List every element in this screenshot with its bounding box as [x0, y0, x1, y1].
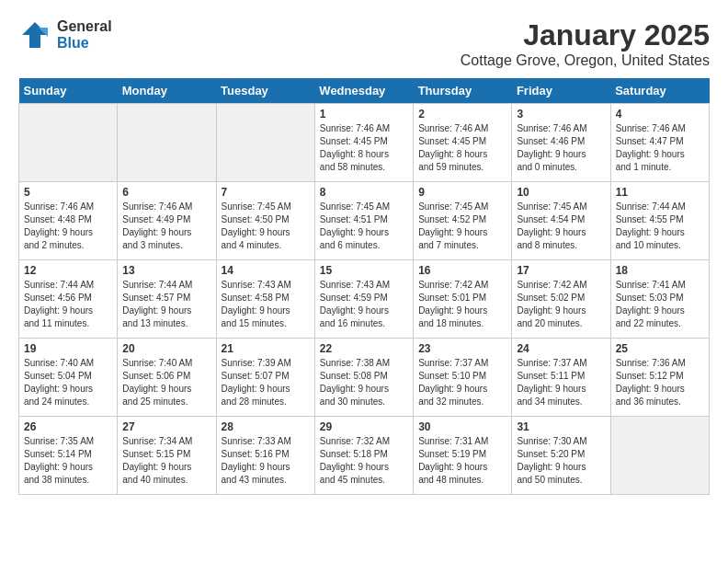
- day-number: 9: [418, 186, 506, 199]
- calendar-day-cell: 7Sunrise: 7:45 AM Sunset: 4:50 PM Daylig…: [216, 182, 314, 260]
- day-info: Sunrise: 7:43 AM Sunset: 4:58 PM Dayligh…: [222, 279, 310, 330]
- day-info: Sunrise: 7:32 AM Sunset: 5:18 PM Dayligh…: [320, 435, 408, 487]
- calendar-day-cell: 27Sunrise: 7:34 AM Sunset: 5:15 PM Dayli…: [118, 417, 216, 495]
- day-info: Sunrise: 7:46 AM Sunset: 4:45 PM Dayligh…: [418, 122, 506, 174]
- day-number: 5: [24, 186, 112, 199]
- day-number: 22: [320, 342, 408, 355]
- calendar-day-cell: 2Sunrise: 7:46 AM Sunset: 4:45 PM Daylig…: [414, 104, 512, 182]
- calendar-week-row: 1Sunrise: 7:46 AM Sunset: 4:45 PM Daylig…: [19, 104, 710, 182]
- weekday-header: Tuesday: [216, 78, 314, 104]
- calendar-day-cell: 24Sunrise: 7:37 AM Sunset: 5:11 PM Dayli…: [512, 339, 610, 417]
- calendar-day-cell: 19Sunrise: 7:40 AM Sunset: 5:04 PM Dayli…: [19, 339, 118, 417]
- calendar-table: SundayMondayTuesdayWednesdayThursdayFrid…: [18, 78, 710, 495]
- day-number: 11: [616, 186, 704, 199]
- day-info: Sunrise: 7:41 AM Sunset: 5:03 PM Dayligh…: [616, 279, 704, 330]
- day-number: 15: [320, 264, 408, 277]
- day-info: Sunrise: 7:46 AM Sunset: 4:47 PM Dayligh…: [616, 122, 704, 174]
- day-info: Sunrise: 7:45 AM Sunset: 4:52 PM Dayligh…: [418, 201, 506, 252]
- day-info: Sunrise: 7:46 AM Sunset: 4:46 PM Dayligh…: [517, 122, 605, 174]
- calendar-day-cell: 14Sunrise: 7:43 AM Sunset: 4:58 PM Dayli…: [216, 260, 314, 339]
- day-number: 10: [517, 186, 605, 199]
- day-number: 3: [517, 108, 605, 121]
- title-area: January 2025 Cottage Grove, Oregon, Unit…: [461, 18, 710, 69]
- day-info: Sunrise: 7:45 AM Sunset: 4:50 PM Dayligh…: [222, 201, 310, 252]
- day-info: Sunrise: 7:40 AM Sunset: 5:04 PM Dayligh…: [24, 357, 112, 408]
- calendar-day-cell: 8Sunrise: 7:45 AM Sunset: 4:51 PM Daylig…: [314, 182, 413, 260]
- calendar-day-cell: 22Sunrise: 7:38 AM Sunset: 5:08 PM Dayli…: [314, 339, 413, 417]
- calendar-day-cell: 1Sunrise: 7:46 AM Sunset: 4:45 PM Daylig…: [314, 104, 413, 182]
- logo-text: General Blue: [57, 18, 112, 51]
- day-info: Sunrise: 7:31 AM Sunset: 5:19 PM Dayligh…: [418, 435, 506, 487]
- weekday-header: Monday: [118, 78, 216, 104]
- day-info: Sunrise: 7:42 AM Sunset: 5:01 PM Dayligh…: [418, 279, 506, 330]
- day-info: Sunrise: 7:44 AM Sunset: 4:57 PM Dayligh…: [122, 279, 210, 330]
- day-number: 24: [517, 342, 605, 355]
- calendar-day-cell: 26Sunrise: 7:35 AM Sunset: 5:14 PM Dayli…: [19, 417, 118, 495]
- calendar-day-cell: 9Sunrise: 7:45 AM Sunset: 4:52 PM Daylig…: [414, 182, 512, 260]
- weekday-header: Sunday: [19, 78, 118, 104]
- calendar-week-row: 12Sunrise: 7:44 AM Sunset: 4:56 PM Dayli…: [19, 260, 710, 339]
- day-number: 23: [418, 342, 506, 355]
- day-number: 7: [222, 186, 310, 199]
- calendar-day-cell: [118, 104, 216, 182]
- day-info: Sunrise: 7:33 AM Sunset: 5:16 PM Dayligh…: [222, 435, 310, 487]
- calendar-day-cell: 12Sunrise: 7:44 AM Sunset: 4:56 PM Dayli…: [19, 260, 118, 339]
- day-number: 17: [517, 264, 605, 277]
- day-info: Sunrise: 7:40 AM Sunset: 5:06 PM Dayligh…: [122, 357, 210, 408]
- day-number: 29: [320, 420, 408, 433]
- calendar-day-cell: 4Sunrise: 7:46 AM Sunset: 4:47 PM Daylig…: [610, 104, 709, 182]
- day-number: 25: [616, 342, 704, 355]
- calendar-day-cell: [610, 417, 709, 495]
- day-number: 30: [418, 420, 506, 433]
- day-number: 4: [616, 108, 704, 121]
- weekday-header: Thursday: [414, 78, 512, 104]
- calendar-day-cell: 5Sunrise: 7:46 AM Sunset: 4:48 PM Daylig…: [19, 182, 118, 260]
- calendar-day-cell: 15Sunrise: 7:43 AM Sunset: 4:59 PM Dayli…: [314, 260, 413, 339]
- day-number: 6: [122, 186, 210, 199]
- day-number: 27: [122, 420, 210, 433]
- calendar-day-cell: 29Sunrise: 7:32 AM Sunset: 5:18 PM Dayli…: [314, 417, 413, 495]
- day-number: 1: [320, 108, 408, 121]
- day-info: Sunrise: 7:44 AM Sunset: 4:55 PM Dayligh…: [616, 201, 704, 252]
- calendar-week-row: 5Sunrise: 7:46 AM Sunset: 4:48 PM Daylig…: [19, 182, 710, 260]
- day-info: Sunrise: 7:39 AM Sunset: 5:07 PM Dayligh…: [222, 357, 310, 408]
- day-number: 19: [24, 342, 112, 355]
- weekday-header: Friday: [512, 78, 610, 104]
- calendar-day-cell: 28Sunrise: 7:33 AM Sunset: 5:16 PM Dayli…: [216, 417, 314, 495]
- day-number: 12: [24, 264, 112, 277]
- day-info: Sunrise: 7:36 AM Sunset: 5:12 PM Dayligh…: [616, 357, 704, 408]
- calendar-day-cell: 20Sunrise: 7:40 AM Sunset: 5:06 PM Dayli…: [118, 339, 216, 417]
- calendar-day-cell: 3Sunrise: 7:46 AM Sunset: 4:46 PM Daylig…: [512, 104, 610, 182]
- day-info: Sunrise: 7:46 AM Sunset: 4:48 PM Dayligh…: [24, 201, 112, 252]
- calendar-day-cell: 25Sunrise: 7:36 AM Sunset: 5:12 PM Dayli…: [610, 339, 709, 417]
- day-info: Sunrise: 7:46 AM Sunset: 4:49 PM Dayligh…: [122, 201, 210, 252]
- calendar-day-cell: 31Sunrise: 7:30 AM Sunset: 5:20 PM Dayli…: [512, 417, 610, 495]
- logo: General Blue: [18, 18, 112, 52]
- calendar-day-cell: 21Sunrise: 7:39 AM Sunset: 5:07 PM Dayli…: [216, 339, 314, 417]
- day-info: Sunrise: 7:38 AM Sunset: 5:08 PM Dayligh…: [320, 357, 408, 408]
- calendar-day-cell: [19, 104, 118, 182]
- day-info: Sunrise: 7:43 AM Sunset: 4:59 PM Dayligh…: [320, 279, 408, 330]
- weekday-header: Saturday: [610, 78, 709, 104]
- day-number: 21: [222, 342, 310, 355]
- weekday-header: Wednesday: [314, 78, 413, 104]
- calendar-week-row: 19Sunrise: 7:40 AM Sunset: 5:04 PM Dayli…: [19, 339, 710, 417]
- day-info: Sunrise: 7:45 AM Sunset: 4:51 PM Dayligh…: [320, 201, 408, 252]
- calendar-day-cell: 23Sunrise: 7:37 AM Sunset: 5:10 PM Dayli…: [414, 339, 512, 417]
- logo-icon: [18, 18, 51, 52]
- day-number: 20: [122, 342, 210, 355]
- day-number: 18: [616, 264, 704, 277]
- day-info: Sunrise: 7:45 AM Sunset: 4:54 PM Dayligh…: [517, 201, 605, 252]
- day-info: Sunrise: 7:42 AM Sunset: 5:02 PM Dayligh…: [517, 279, 605, 330]
- location-title: Cottage Grove, Oregon, United States: [461, 52, 710, 69]
- month-title: January 2025: [461, 18, 710, 52]
- day-number: 13: [122, 264, 210, 277]
- day-number: 16: [418, 264, 506, 277]
- calendar-day-cell: 30Sunrise: 7:31 AM Sunset: 5:19 PM Dayli…: [414, 417, 512, 495]
- day-info: Sunrise: 7:35 AM Sunset: 5:14 PM Dayligh…: [24, 435, 112, 487]
- calendar-day-cell: 6Sunrise: 7:46 AM Sunset: 4:49 PM Daylig…: [118, 182, 216, 260]
- day-number: 2: [418, 108, 506, 121]
- day-number: 14: [222, 264, 310, 277]
- calendar-week-row: 26Sunrise: 7:35 AM Sunset: 5:14 PM Dayli…: [19, 417, 710, 495]
- day-info: Sunrise: 7:37 AM Sunset: 5:10 PM Dayligh…: [418, 357, 506, 408]
